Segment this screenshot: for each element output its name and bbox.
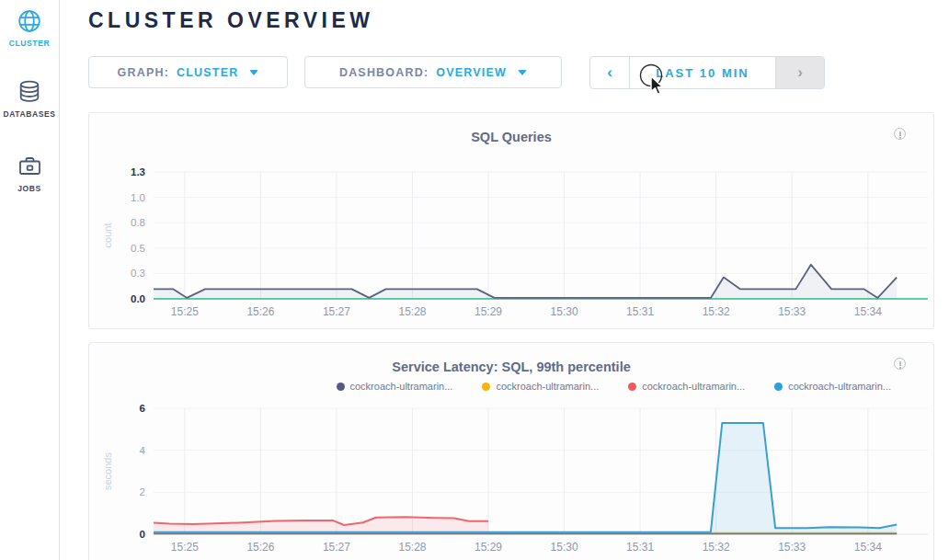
main-content: CLUSTER OVERVIEW GRAPH: CLUSTER DASHBOAR… <box>60 0 949 560</box>
svg-text:15:26: 15:26 <box>246 305 274 318</box>
briefcase-icon <box>17 154 42 178</box>
sidebar: CLUSTER DATABASES JOBS <box>0 0 60 560</box>
chart-card-sql-queries: SQL Queries 0.00.30.50.81.01.315:2515:26… <box>88 112 934 329</box>
dashboard-dropdown-value: OVERVIEW <box>436 66 507 79</box>
svg-text:15:27: 15:27 <box>323 305 350 318</box>
series-fill-sql-queries <box>154 265 897 299</box>
svg-text:15:30: 15:30 <box>551 305 578 318</box>
time-range-button[interactable]: LAST 10 MIN <box>629 57 776 88</box>
svg-text:15:34: 15:34 <box>854 541 882 554</box>
sidebar-item-label: DATABASES <box>3 109 55 119</box>
chart-legend: cockroach-ultramarin...cockroach-ultrama… <box>89 380 891 393</box>
svg-text:0.3: 0.3 <box>131 268 145 279</box>
svg-text:15:33: 15:33 <box>778 305 806 318</box>
legend-dot <box>337 383 345 391</box>
svg-text:2: 2 <box>140 486 145 497</box>
chevron-down-icon <box>249 70 258 75</box>
sidebar-item-databases[interactable]: DATABASES <box>0 79 59 119</box>
chevron-down-icon <box>518 70 527 75</box>
time-window-selector: ‹ LAST 10 MIN › <box>589 56 825 89</box>
svg-text:15:32: 15:32 <box>703 541 730 554</box>
info-icon[interactable] <box>894 358 906 370</box>
svg-text:15:30: 15:30 <box>551 541 578 554</box>
legend-item[interactable]: cockroach-ultramarin... <box>774 381 891 392</box>
sql-queries-chart-svg: 0.00.30.50.81.01.315:2515:2615:2715:2815… <box>89 160 935 326</box>
legend-item[interactable]: cockroach-ultramarin... <box>482 381 599 392</box>
graph-dropdown-value: CLUSTER <box>177 66 238 79</box>
svg-text:15:29: 15:29 <box>474 305 502 318</box>
svg-text:15:31: 15:31 <box>626 541 654 554</box>
chart-title: Service Latency: SQL, 99th percentile <box>89 360 933 374</box>
svg-text:0.0: 0.0 <box>131 293 145 304</box>
dashboard-dropdown[interactable]: DASHBOARD: OVERVIEW <box>304 56 562 88</box>
legend-label: cockroach-ultramarin... <box>788 381 891 392</box>
page-title: CLUSTER OVERVIEW <box>88 8 374 33</box>
time-prev-button[interactable]: ‹ <box>590 57 629 88</box>
svg-text:6: 6 <box>140 403 145 414</box>
svg-text:4: 4 <box>140 445 146 456</box>
svg-text:15:32: 15:32 <box>703 305 730 318</box>
globe-icon <box>17 9 41 33</box>
chart-title: SQL Queries <box>89 130 933 144</box>
svg-text:15:25: 15:25 <box>171 305 199 318</box>
series-latency-node-4 <box>154 423 897 532</box>
legend-item[interactable]: cockroach-ultramarin... <box>337 381 453 392</box>
legend-item[interactable]: cockroach-ultramarin... <box>628 381 745 392</box>
dashboard-dropdown-label: DASHBOARD: <box>339 66 429 79</box>
svg-text:15:29: 15:29 <box>474 541 502 554</box>
service-latency-chart-svg: 024615:2515:2615:2715:2815:2915:3015:311… <box>89 396 935 560</box>
sidebar-item-cluster[interactable]: CLUSTER <box>0 9 59 48</box>
svg-text:count: count <box>102 223 113 248</box>
sidebar-item-label: JOBS <box>17 184 41 193</box>
info-icon[interactable] <box>894 128 906 140</box>
svg-text:seconds: seconds <box>102 452 113 490</box>
svg-text:15:26: 15:26 <box>246 541 274 554</box>
sidebar-item-jobs[interactable]: JOBS <box>0 154 59 193</box>
svg-text:15:34: 15:34 <box>854 305 882 318</box>
legend-label: cockroach-ultramarin... <box>496 381 599 392</box>
svg-text:15:27: 15:27 <box>323 541 350 554</box>
controls-row: GRAPH: CLUSTER DASHBOARD: OVERVIEW ‹ LAS… <box>88 56 825 89</box>
legend-dot <box>628 383 636 391</box>
svg-text:1.0: 1.0 <box>131 192 145 203</box>
database-icon <box>17 79 41 104</box>
legend-label: cockroach-ultramarin... <box>642 381 745 392</box>
svg-text:15:28: 15:28 <box>398 541 426 554</box>
graph-dropdown[interactable]: GRAPH: CLUSTER <box>88 56 288 88</box>
graph-dropdown-label: GRAPH: <box>118 66 170 79</box>
legend-dot <box>774 383 783 391</box>
svg-text:15:28: 15:28 <box>398 305 426 318</box>
series-fill-latency-node-4 <box>154 423 897 534</box>
svg-text:0.5: 0.5 <box>131 243 145 254</box>
svg-text:15:33: 15:33 <box>778 541 806 554</box>
legend-dot <box>482 383 490 391</box>
chart-card-service-latency: Service Latency: SQL, 99th percentile co… <box>88 342 934 560</box>
svg-text:0: 0 <box>140 529 145 540</box>
sidebar-item-label: CLUSTER <box>9 39 50 48</box>
time-next-button-disabled[interactable]: › <box>776 57 824 88</box>
svg-text:0.8: 0.8 <box>131 217 145 228</box>
svg-text:15:25: 15:25 <box>171 541 199 554</box>
legend-label: cockroach-ultramarin... <box>350 381 453 392</box>
svg-text:1.3: 1.3 <box>131 166 145 177</box>
svg-text:15:31: 15:31 <box>626 305 654 318</box>
